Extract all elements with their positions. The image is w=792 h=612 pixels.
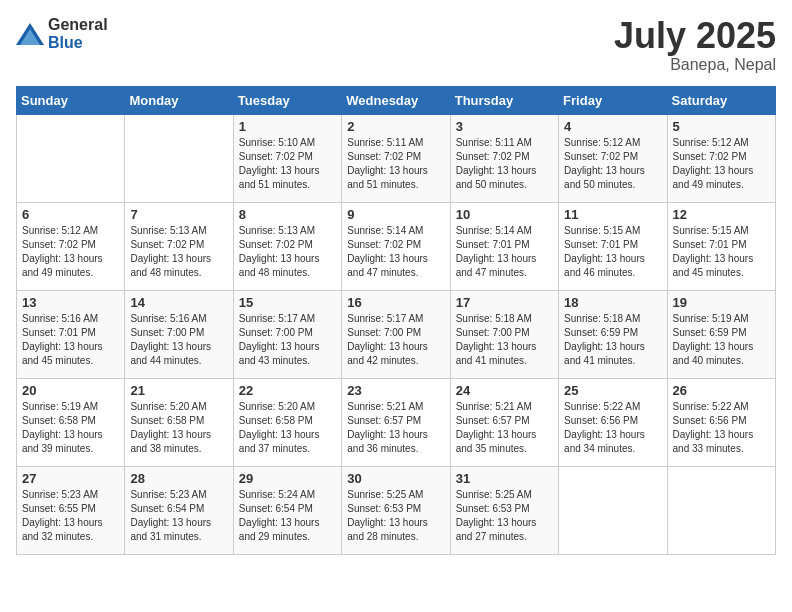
- table-row: 26 Sunrise: 5:22 AMSunset: 6:56 PMDaylig…: [667, 378, 775, 466]
- day-number: 26: [673, 383, 770, 398]
- calendar-week-3: 13 Sunrise: 5:16 AMSunset: 7:01 PMDaylig…: [17, 290, 776, 378]
- title-block: July 2025 Banepa, Nepal: [614, 16, 776, 74]
- calendar-header-row: Sunday Monday Tuesday Wednesday Thursday…: [17, 86, 776, 114]
- table-row: 24 Sunrise: 5:21 AMSunset: 6:57 PMDaylig…: [450, 378, 558, 466]
- day-number: 14: [130, 295, 227, 310]
- cell-info: Sunrise: 5:12 AMSunset: 7:02 PMDaylight:…: [564, 137, 645, 190]
- table-row: 27 Sunrise: 5:23 AMSunset: 6:55 PMDaylig…: [17, 466, 125, 554]
- table-row: 14 Sunrise: 5:16 AMSunset: 7:00 PMDaylig…: [125, 290, 233, 378]
- day-number: 15: [239, 295, 336, 310]
- logo-blue: Blue: [48, 34, 83, 51]
- table-row: 1 Sunrise: 5:10 AMSunset: 7:02 PMDayligh…: [233, 114, 341, 202]
- day-number: 28: [130, 471, 227, 486]
- table-row: 11 Sunrise: 5:15 AMSunset: 7:01 PMDaylig…: [559, 202, 667, 290]
- cell-info: Sunrise: 5:23 AMSunset: 6:55 PMDaylight:…: [22, 489, 103, 542]
- logo: General Blue: [16, 16, 108, 52]
- cell-info: Sunrise: 5:18 AMSunset: 7:00 PMDaylight:…: [456, 313, 537, 366]
- col-monday: Monday: [125, 86, 233, 114]
- col-wednesday: Wednesday: [342, 86, 450, 114]
- day-number: 9: [347, 207, 444, 222]
- table-row: 2 Sunrise: 5:11 AMSunset: 7:02 PMDayligh…: [342, 114, 450, 202]
- day-number: 30: [347, 471, 444, 486]
- cell-info: Sunrise: 5:11 AMSunset: 7:02 PMDaylight:…: [456, 137, 537, 190]
- table-row: 29 Sunrise: 5:24 AMSunset: 6:54 PMDaylig…: [233, 466, 341, 554]
- day-number: 7: [130, 207, 227, 222]
- table-row: 3 Sunrise: 5:11 AMSunset: 7:02 PMDayligh…: [450, 114, 558, 202]
- day-number: 27: [22, 471, 119, 486]
- table-row: 19 Sunrise: 5:19 AMSunset: 6:59 PMDaylig…: [667, 290, 775, 378]
- cell-info: Sunrise: 5:12 AMSunset: 7:02 PMDaylight:…: [673, 137, 754, 190]
- table-row: [667, 466, 775, 554]
- day-number: 13: [22, 295, 119, 310]
- cell-info: Sunrise: 5:20 AMSunset: 6:58 PMDaylight:…: [239, 401, 320, 454]
- col-thursday: Thursday: [450, 86, 558, 114]
- logo-general: General: [48, 16, 108, 33]
- cell-info: Sunrise: 5:23 AMSunset: 6:54 PMDaylight:…: [130, 489, 211, 542]
- cell-info: Sunrise: 5:19 AMSunset: 6:58 PMDaylight:…: [22, 401, 103, 454]
- calendar-week-4: 20 Sunrise: 5:19 AMSunset: 6:58 PMDaylig…: [17, 378, 776, 466]
- day-number: 23: [347, 383, 444, 398]
- cell-info: Sunrise: 5:15 AMSunset: 7:01 PMDaylight:…: [673, 225, 754, 278]
- table-row: 23 Sunrise: 5:21 AMSunset: 6:57 PMDaylig…: [342, 378, 450, 466]
- cell-info: Sunrise: 5:20 AMSunset: 6:58 PMDaylight:…: [130, 401, 211, 454]
- table-row: 20 Sunrise: 5:19 AMSunset: 6:58 PMDaylig…: [17, 378, 125, 466]
- cell-info: Sunrise: 5:16 AMSunset: 7:01 PMDaylight:…: [22, 313, 103, 366]
- cell-info: Sunrise: 5:14 AMSunset: 7:01 PMDaylight:…: [456, 225, 537, 278]
- day-number: 12: [673, 207, 770, 222]
- day-number: 22: [239, 383, 336, 398]
- page-header: General Blue July 2025 Banepa, Nepal: [16, 16, 776, 74]
- table-row: 8 Sunrise: 5:13 AMSunset: 7:02 PMDayligh…: [233, 202, 341, 290]
- calendar-week-1: 1 Sunrise: 5:10 AMSunset: 7:02 PMDayligh…: [17, 114, 776, 202]
- cell-info: Sunrise: 5:13 AMSunset: 7:02 PMDaylight:…: [130, 225, 211, 278]
- col-sunday: Sunday: [17, 86, 125, 114]
- cell-info: Sunrise: 5:15 AMSunset: 7:01 PMDaylight:…: [564, 225, 645, 278]
- cell-info: Sunrise: 5:17 AMSunset: 7:00 PMDaylight:…: [347, 313, 428, 366]
- day-number: 21: [130, 383, 227, 398]
- cell-info: Sunrise: 5:21 AMSunset: 6:57 PMDaylight:…: [347, 401, 428, 454]
- table-row: [125, 114, 233, 202]
- col-tuesday: Tuesday: [233, 86, 341, 114]
- table-row: 17 Sunrise: 5:18 AMSunset: 7:00 PMDaylig…: [450, 290, 558, 378]
- day-number: 31: [456, 471, 553, 486]
- logo-icon: [16, 23, 44, 45]
- calendar-week-2: 6 Sunrise: 5:12 AMSunset: 7:02 PMDayligh…: [17, 202, 776, 290]
- table-row: 31 Sunrise: 5:25 AMSunset: 6:53 PMDaylig…: [450, 466, 558, 554]
- table-row: 6 Sunrise: 5:12 AMSunset: 7:02 PMDayligh…: [17, 202, 125, 290]
- calendar-table: Sunday Monday Tuesday Wednesday Thursday…: [16, 86, 776, 555]
- day-number: 1: [239, 119, 336, 134]
- cell-info: Sunrise: 5:16 AMSunset: 7:00 PMDaylight:…: [130, 313, 211, 366]
- day-number: 2: [347, 119, 444, 134]
- cell-info: Sunrise: 5:17 AMSunset: 7:00 PMDaylight:…: [239, 313, 320, 366]
- cell-info: Sunrise: 5:14 AMSunset: 7:02 PMDaylight:…: [347, 225, 428, 278]
- day-number: 11: [564, 207, 661, 222]
- cell-info: Sunrise: 5:19 AMSunset: 6:59 PMDaylight:…: [673, 313, 754, 366]
- cell-info: Sunrise: 5:22 AMSunset: 6:56 PMDaylight:…: [673, 401, 754, 454]
- day-number: 6: [22, 207, 119, 222]
- table-row: 21 Sunrise: 5:20 AMSunset: 6:58 PMDaylig…: [125, 378, 233, 466]
- day-number: 20: [22, 383, 119, 398]
- day-number: 19: [673, 295, 770, 310]
- day-number: 5: [673, 119, 770, 134]
- table-row: 25 Sunrise: 5:22 AMSunset: 6:56 PMDaylig…: [559, 378, 667, 466]
- cell-info: Sunrise: 5:12 AMSunset: 7:02 PMDaylight:…: [22, 225, 103, 278]
- day-number: 3: [456, 119, 553, 134]
- cell-info: Sunrise: 5:13 AMSunset: 7:02 PMDaylight:…: [239, 225, 320, 278]
- table-row: 7 Sunrise: 5:13 AMSunset: 7:02 PMDayligh…: [125, 202, 233, 290]
- table-row: 28 Sunrise: 5:23 AMSunset: 6:54 PMDaylig…: [125, 466, 233, 554]
- day-number: 24: [456, 383, 553, 398]
- table-row: 9 Sunrise: 5:14 AMSunset: 7:02 PMDayligh…: [342, 202, 450, 290]
- table-row: 4 Sunrise: 5:12 AMSunset: 7:02 PMDayligh…: [559, 114, 667, 202]
- table-row: 12 Sunrise: 5:15 AMSunset: 7:01 PMDaylig…: [667, 202, 775, 290]
- cell-info: Sunrise: 5:24 AMSunset: 6:54 PMDaylight:…: [239, 489, 320, 542]
- cell-info: Sunrise: 5:25 AMSunset: 6:53 PMDaylight:…: [347, 489, 428, 542]
- col-friday: Friday: [559, 86, 667, 114]
- table-row: 16 Sunrise: 5:17 AMSunset: 7:00 PMDaylig…: [342, 290, 450, 378]
- month-year-title: July 2025: [614, 16, 776, 56]
- day-number: 17: [456, 295, 553, 310]
- table-row: 13 Sunrise: 5:16 AMSunset: 7:01 PMDaylig…: [17, 290, 125, 378]
- cell-info: Sunrise: 5:10 AMSunset: 7:02 PMDaylight:…: [239, 137, 320, 190]
- day-number: 25: [564, 383, 661, 398]
- day-number: 16: [347, 295, 444, 310]
- cell-info: Sunrise: 5:21 AMSunset: 6:57 PMDaylight:…: [456, 401, 537, 454]
- table-row: 22 Sunrise: 5:20 AMSunset: 6:58 PMDaylig…: [233, 378, 341, 466]
